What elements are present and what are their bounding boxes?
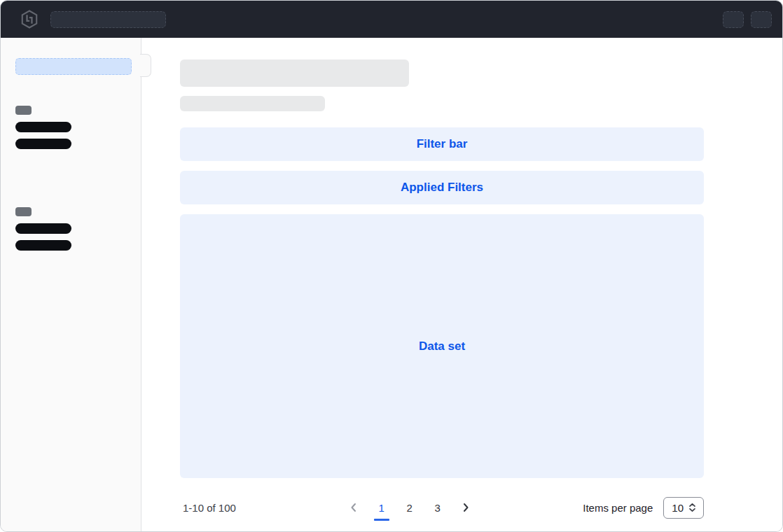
data-set-label: Data set — [419, 340, 465, 354]
chevron-left-icon[interactable] — [345, 496, 363, 519]
page-title-placeholder — [180, 59, 409, 87]
sidebar-active-item-placeholder — [15, 58, 132, 75]
top-navigation-bar — [1, 1, 782, 38]
content-area: Filter bar Applied Filters Data set 1-10… — [1, 38, 782, 531]
caret-up-down-icon — [688, 502, 697, 513]
app-window: Filter bar Applied Filters Data set 1-10… — [0, 0, 783, 532]
pagination-range-text: 1-10 of 100 — [180, 502, 236, 514]
pagination-bar: 1-10 of 100 1 2 3 — [180, 493, 704, 522]
filter-bar-region: Filter bar — [180, 127, 704, 161]
page-button-3[interactable]: 3 — [429, 496, 447, 519]
chevron-right-icon[interactable] — [457, 496, 475, 519]
applied-filters-label: Applied Filters — [401, 181, 483, 195]
page-size-select[interactable]: 10 — [663, 497, 704, 519]
sidebar-section-label-placeholder-1 — [15, 106, 32, 115]
sidebar-collapse-toggle[interactable] — [140, 54, 151, 77]
hashicorp-logo-icon[interactable] — [20, 10, 39, 29]
sidebar-item-placeholder — [15, 240, 71, 251]
items-per-page-control: Items per page 10 — [583, 497, 704, 519]
data-set-region: Data set — [180, 214, 704, 478]
sidebar-section-label-placeholder-2 — [15, 207, 32, 216]
items-per-page-label: Items per page — [583, 502, 653, 514]
nav-action-placeholder-1 — [723, 11, 744, 28]
nav-search-placeholder — [50, 11, 166, 28]
main-panel: Filter bar Applied Filters Data set 1-10… — [141, 38, 782, 531]
page-subtitle-placeholder — [180, 96, 325, 111]
sidebar — [1, 38, 141, 531]
pagination-controls: 1 2 3 — [345, 496, 475, 519]
page-size-value: 10 — [672, 502, 684, 514]
page-button-2[interactable]: 2 — [401, 496, 419, 519]
applied-filters-region: Applied Filters — [180, 171, 704, 204]
page-button-1[interactable]: 1 — [373, 496, 391, 519]
sidebar-item-placeholder — [15, 139, 71, 149]
nav-action-placeholder-2 — [751, 11, 772, 28]
sidebar-item-placeholder — [15, 122, 71, 132]
sidebar-item-placeholder — [15, 223, 71, 234]
filter-bar-label: Filter bar — [417, 137, 468, 151]
